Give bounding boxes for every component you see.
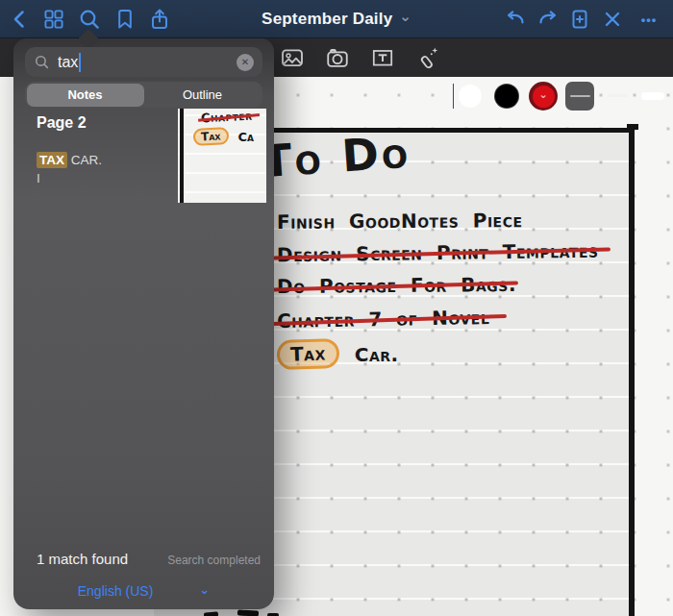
snippet-rest: CAR. xyxy=(67,153,102,167)
laser-pointer-icon[interactable] xyxy=(416,45,441,70)
todo-item: Finish GoodNotes Piece xyxy=(277,209,523,234)
top-toolbar: September Daily ⌄ xyxy=(0,0,673,38)
tab-notes[interactable]: Notes xyxy=(27,84,144,107)
chevron-down-icon: ⌄ xyxy=(399,12,411,21)
red-pen-swatch: ⌄ xyxy=(533,86,555,108)
stroke-medium-button[interactable] xyxy=(608,94,628,97)
box-corner-stroke xyxy=(627,124,638,130)
text-cursor xyxy=(79,53,81,72)
clear-search-icon[interactable]: ✕ xyxy=(237,54,254,71)
chevron-down-icon: ⌄ xyxy=(538,90,547,98)
insert-image-icon[interactable] xyxy=(280,45,305,70)
todo-item-text: Design Screen Print Templates xyxy=(277,239,599,267)
search-result-snippet[interactable]: TAX CAR. I xyxy=(37,153,102,185)
todo-item: Do Postage For Bags. xyxy=(277,273,516,298)
search-scope-tabs: Notes Outline xyxy=(25,82,262,108)
close-icon[interactable] xyxy=(601,8,624,31)
search-footer: 1 match found Search completed xyxy=(13,551,274,567)
highlighted-word-tax: Tax xyxy=(276,338,339,370)
todo-item-text: Car. xyxy=(355,343,399,366)
tab-outline[interactable]: Outline xyxy=(144,84,262,107)
stroke-thin-selected-button[interactable] xyxy=(565,82,594,111)
add-page-icon[interactable] xyxy=(568,8,591,31)
todo-item-text: Do Postage For Bags. xyxy=(277,273,516,298)
thumb-highlighted-tax: Tax xyxy=(193,127,229,146)
todo-item: Design Screen Print Templates xyxy=(277,239,599,267)
search-query-text: tax xyxy=(58,54,78,71)
toolbar-divider xyxy=(453,84,454,109)
document-title-text: September Daily xyxy=(262,10,392,29)
color-black-button[interactable] xyxy=(495,85,518,108)
match-count: 1 match found xyxy=(37,551,128,567)
color-red-selected-button[interactable]: ⌄ xyxy=(529,82,558,111)
thin-stroke-preview xyxy=(570,95,590,98)
chevron-down-icon: ⌄ xyxy=(199,582,210,597)
search-field-magnifier-icon xyxy=(34,54,50,70)
thumb-row: Tax Ca xyxy=(193,128,254,145)
todo-item: Tax Car. xyxy=(277,339,399,369)
goodnotes-app: To Do Finish GoodNotes Piece Design Scre… xyxy=(0,0,673,616)
thumb-crossed-word: Chapter xyxy=(201,109,253,125)
todo-item-text: Finish GoodNotes Piece xyxy=(277,209,523,234)
search-status: Search completed xyxy=(167,554,261,567)
text-box-icon[interactable] xyxy=(370,45,395,70)
snippet-match-highlight: TAX xyxy=(37,152,67,168)
search-popover: tax ✕ Notes Outline Page 2 Chapter Tax C… xyxy=(13,38,274,609)
handwritten-title: To Do xyxy=(260,126,411,188)
todo-item: Chapter 7 of Novel xyxy=(277,306,490,333)
undo-icon[interactable] xyxy=(504,8,527,31)
result-page-thumbnail[interactable]: Chapter Tax Ca xyxy=(178,109,266,203)
snippet-second-line: I xyxy=(37,171,102,185)
camera-icon[interactable] xyxy=(325,45,350,70)
result-page-label: Page 2 xyxy=(37,114,87,132)
color-white-button[interactable] xyxy=(459,85,482,108)
thumb-partial-word: Ca xyxy=(238,130,255,144)
todo-item-text: Chapter 7 of Novel xyxy=(277,306,490,333)
stroke-thick-button[interactable] xyxy=(641,92,664,100)
language-label: English (US) xyxy=(78,583,154,599)
language-selector[interactable]: English (US) ⌄ xyxy=(13,579,274,604)
redo-icon[interactable] xyxy=(536,8,560,31)
search-input[interactable]: tax ✕ xyxy=(25,47,262,77)
more-options-icon[interactable]: ••• xyxy=(634,8,664,31)
